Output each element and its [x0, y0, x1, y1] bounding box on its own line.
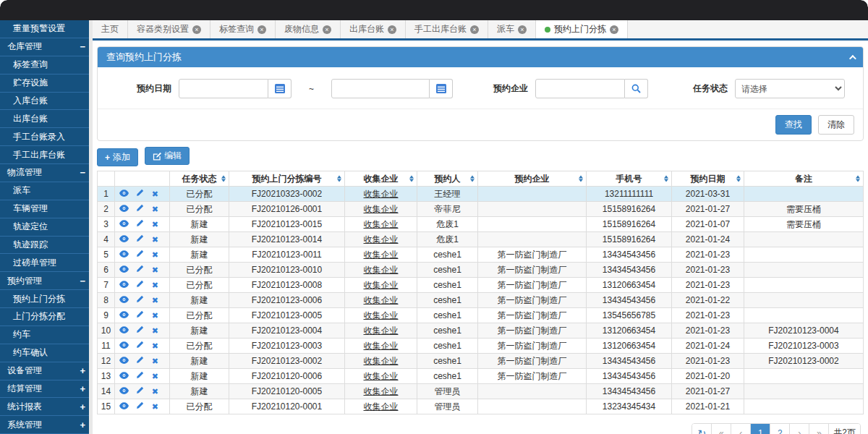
delete-row-icon[interactable]: ✖ — [152, 326, 158, 336]
edit-row-icon[interactable] — [136, 356, 144, 366]
sidebar-item[interactable]: 约车 — [0, 326, 93, 344]
expand-toggle-icon[interactable]: + — [80, 420, 85, 430]
edit-row-icon[interactable] — [136, 341, 144, 351]
table-row[interactable]: 9 ✖ 已分配 FJ20210123-0005 收集企业 ceshe1 第一防盗… — [98, 308, 864, 323]
date-from-calendar-button[interactable] — [268, 79, 292, 98]
delete-row-icon[interactable]: ✖ — [152, 235, 158, 244]
edit-row-icon[interactable] — [136, 326, 144, 336]
sort-icon[interactable] — [856, 176, 860, 182]
collector-link[interactable]: 收集企业 — [364, 189, 399, 199]
edit-row-icon[interactable] — [136, 295, 144, 305]
sidebar-item[interactable]: 车辆管理 — [0, 200, 93, 218]
edit-row-icon[interactable] — [136, 219, 144, 229]
clear-button[interactable]: 清除 — [818, 115, 854, 135]
edit-row-icon[interactable] — [136, 310, 144, 320]
page-button-1[interactable]: 1 — [751, 424, 770, 434]
table-row[interactable]: 2 ✖ 已分配 FJ20210126-0001 收集企业 帝菲尼 1515891… — [98, 202, 864, 217]
sidebar-item[interactable]: 轨迹跟踪 — [0, 237, 93, 255]
date-to-input[interactable] — [331, 79, 430, 98]
view-icon[interactable] — [119, 189, 129, 199]
expand-toggle-icon[interactable]: + — [80, 401, 85, 412]
close-tab-icon[interactable]: × — [388, 25, 396, 34]
table-column-header[interactable]: 任务状态 — [170, 171, 229, 187]
refresh-icon[interactable]: ↻ — [692, 424, 712, 434]
view-icon[interactable] — [119, 280, 129, 290]
tab[interactable]: 标签查询 × — [210, 20, 276, 38]
close-tab-icon[interactable]: × — [518, 25, 527, 34]
expand-toggle-icon[interactable]: − — [80, 41, 85, 52]
delete-row-icon[interactable]: ✖ — [152, 250, 158, 260]
edit-row-icon[interactable] — [136, 265, 144, 275]
view-icon[interactable] — [119, 234, 129, 244]
view-icon[interactable] — [119, 265, 129, 275]
sort-icon[interactable] — [470, 176, 475, 182]
sidebar-scrollbar[interactable] — [89, 20, 93, 434]
tab[interactable]: 废物信息 × — [276, 20, 341, 38]
table-column-header[interactable]: 备注 — [744, 171, 864, 187]
sort-icon[interactable] — [736, 176, 741, 182]
page-button-2[interactable]: 2 — [770, 424, 790, 434]
sidebar-item[interactable]: 轨迹定位 — [0, 218, 93, 237]
collector-link[interactable]: 收集企业 — [364, 386, 399, 396]
prev-page-button[interactable]: ‹ — [731, 424, 751, 434]
collector-link[interactable]: 收集企业 — [364, 295, 399, 305]
sidebar-item[interactable]: 重量预警设置 — [0, 20, 93, 38]
collector-link[interactable]: 收集企业 — [364, 234, 399, 244]
edit-button[interactable]: 编辑 — [145, 147, 190, 165]
collector-link[interactable]: 收集企业 — [364, 310, 399, 320]
table-row[interactable]: 7 ✖ 已分配 FJ20210123-0008 收集企业 ceshe1 第一防盗… — [98, 278, 864, 293]
expand-toggle-icon[interactable]: + — [80, 383, 85, 394]
view-icon[interactable] — [119, 386, 129, 396]
close-tab-icon[interactable]: × — [323, 25, 331, 34]
table-column-header[interactable]: 手机号 — [587, 171, 672, 187]
sort-icon[interactable] — [664, 176, 668, 182]
sidebar-item[interactable]: 出库台账 — [0, 110, 93, 128]
sidebar-item[interactable]: 上门分拣分配 — [0, 308, 93, 326]
view-icon[interactable] — [119, 310, 129, 320]
close-tab-icon[interactable]: × — [610, 25, 618, 34]
collector-link[interactable]: 收集企业 — [364, 356, 399, 366]
close-tab-icon[interactable]: × — [192, 25, 201, 34]
view-icon[interactable] — [119, 341, 129, 351]
sidebar-item[interactable]: 贮存设施 — [0, 75, 93, 93]
collector-link[interactable]: 收集企业 — [364, 401, 399, 412]
expand-toggle-icon[interactable]: + — [80, 365, 85, 376]
collector-link[interactable]: 收集企业 — [364, 250, 399, 260]
date-to-calendar-button[interactable] — [430, 79, 453, 98]
table-row[interactable]: 8 ✖ 新建 FJ20210123-0006 收集企业 ceshe1 第一防盗门… — [98, 293, 864, 308]
collector-link[interactable]: 收集企业 — [364, 280, 399, 290]
edit-row-icon[interactable] — [136, 386, 144, 396]
date-from-input[interactable] — [179, 79, 268, 98]
expand-toggle-icon[interactable]: − — [80, 276, 85, 286]
sidebar-item[interactable]: 统计报表 + — [0, 398, 93, 416]
table-row[interactable]: 13 ✖ 新建 FJ20210120-0006 收集企业 ceshe1 第一防盗… — [98, 369, 864, 384]
tab[interactable]: 预约上门分拣 × — [536, 20, 628, 38]
table-row[interactable]: 15 ✖ 已分配 FJ20210120-0001 收集企业 管理员 132343… — [98, 399, 864, 414]
delete-row-icon[interactable]: ✖ — [152, 311, 158, 320]
sort-icon[interactable] — [337, 176, 341, 182]
sort-icon[interactable] — [221, 176, 226, 182]
view-icon[interactable] — [119, 356, 129, 366]
sidebar-item[interactable]: 手工出库台账 — [0, 146, 93, 164]
table-column-header[interactable] — [98, 171, 115, 187]
add-button[interactable]: + 添加 — [97, 148, 138, 166]
last-page-button[interactable]: » — [809, 424, 829, 434]
collector-link[interactable]: 收集企业 — [364, 341, 399, 351]
first-page-button[interactable]: « — [712, 424, 731, 434]
collector-link[interactable]: 收集企业 — [364, 326, 399, 336]
sidebar-item[interactable]: 过磅单管理 — [0, 254, 93, 272]
delete-row-icon[interactable]: ✖ — [152, 372, 158, 381]
delete-row-icon[interactable]: ✖ — [152, 220, 158, 229]
edit-row-icon[interactable] — [136, 371, 144, 381]
collapse-panel-icon[interactable] — [849, 54, 856, 61]
sort-icon[interactable] — [579, 176, 583, 182]
view-icon[interactable] — [119, 295, 129, 305]
sidebar-item[interactable]: 预约上门分拣 — [0, 290, 93, 308]
next-page-button[interactable]: › — [790, 424, 809, 434]
delete-row-icon[interactable]: ✖ — [152, 341, 158, 351]
tab[interactable]: 派车 × — [488, 20, 536, 38]
table-row[interactable]: 1 ✖ 已分配 FJ20210323-0002 收集企业 王经理 1321111… — [98, 187, 864, 202]
table-row[interactable]: 10 ✖ 新建 FJ20210123-0004 收集企业 ceshe1 第一防盗… — [98, 323, 864, 339]
delete-row-icon[interactable]: ✖ — [152, 387, 158, 396]
table-column-header[interactable]: 预约企业 — [478, 171, 587, 187]
